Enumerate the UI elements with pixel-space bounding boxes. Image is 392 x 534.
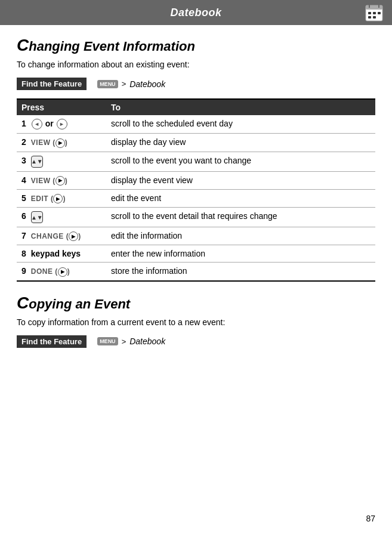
- table-row: 3▲▼scroll to the event you want to chang…: [17, 152, 375, 171]
- section1-intro: To change information about an existing …: [17, 60, 375, 69]
- press-cell: 4VIEW (▶): [17, 171, 106, 189]
- to-cell: edit the information: [106, 227, 375, 245]
- press-cell: 7CHANGE (▶): [17, 227, 106, 245]
- row-number: 2: [21, 137, 26, 147]
- press-suffix: ): [65, 177, 68, 185]
- header-title: Datebook: [170, 7, 221, 19]
- svg-rect-6: [378, 12, 381, 14]
- press-cell: 1◄ or ►: [17, 115, 106, 134]
- to-cell: store the information: [106, 263, 375, 281]
- press-cell: 2VIEW (▶): [17, 134, 106, 152]
- table-row: 9DONE (▶)store the information: [17, 263, 375, 281]
- page-number: 87: [366, 514, 375, 523]
- find-feature-row-1: Find the Feature MENU > Datebook: [17, 78, 375, 90]
- soft-key-arrow: ▶: [53, 193, 63, 203]
- section1-title: Changing Event Information: [17, 36, 375, 55]
- find-feature-label-2: Find the Feature: [17, 335, 87, 348]
- drop-cap-c2: C: [17, 294, 29, 312]
- row-number: 5: [21, 193, 26, 203]
- section2-intro: To copy information from a current event…: [17, 317, 375, 327]
- to-cell: display the event view: [106, 171, 375, 189]
- table-row: 4VIEW (▶)display the event view: [17, 171, 375, 189]
- svg-rect-8: [373, 16, 376, 18]
- button-label-text: CHANGE (: [31, 232, 69, 240]
- soft-key-label: VIEW (▶): [31, 137, 68, 147]
- row-number: 3: [21, 156, 26, 165]
- svg-rect-7: [368, 16, 371, 18]
- col-press-header: Press: [17, 99, 106, 115]
- soft-key-label: CHANGE (▶): [31, 231, 81, 241]
- svg-rect-4: [368, 12, 371, 14]
- datebook-icon: [363, 2, 385, 23]
- to-cell: edit the event: [106, 189, 375, 207]
- page-content: Changing Event Information To change inf…: [0, 25, 392, 367]
- button-label-text: VIEW (: [31, 138, 55, 147]
- row-number: 8: [21, 249, 26, 258]
- right-arrow-icon: ►: [57, 119, 67, 129]
- row-number: 7: [21, 231, 26, 240]
- find-feature-label-1: Find the Feature: [17, 78, 87, 90]
- press-cell: 6▲▼: [17, 208, 106, 227]
- press-suffix: ): [78, 232, 81, 240]
- press-cell: 9DONE (▶): [17, 263, 106, 281]
- drop-cap-c: C: [17, 36, 29, 54]
- soft-key-arrow: ▶: [55, 175, 65, 185]
- press-cell: 3▲▼: [17, 152, 106, 171]
- left-arrow-icon: ◄: [32, 119, 42, 129]
- soft-key-arrow: ▶: [58, 266, 67, 276]
- page-header: Datebook: [0, 0, 392, 25]
- svg-rect-1: [366, 5, 382, 10]
- to-cell: display the day view: [106, 134, 375, 152]
- menu-icon-1: MENU: [97, 80, 118, 88]
- button-label-text: EDIT (: [31, 195, 54, 203]
- button-label-text: DONE (: [31, 267, 58, 276]
- table-row: 7CHANGE (▶)edit the information: [17, 227, 375, 245]
- section-changing-event: Changing Event Information To change inf…: [17, 36, 375, 282]
- soft-key-label: VIEW (▶): [31, 175, 68, 186]
- find-feature-path-1: MENU > Datebook: [97, 79, 165, 89]
- section-copying-event: Copying an Event To copy information fro…: [17, 294, 375, 348]
- soft-key-label: EDIT (▶): [31, 193, 66, 203]
- to-cell: scroll to the scheduled event day: [106, 115, 375, 134]
- svg-rect-5: [373, 12, 376, 14]
- press-suffix: ): [65, 138, 68, 147]
- table-row: 2VIEW (▶)display the day view: [17, 134, 375, 152]
- path-separator-1: >: [122, 79, 126, 88]
- to-cell: scroll to the event you want to change: [106, 152, 375, 171]
- find-feature-path-2: MENU > Datebook: [97, 337, 165, 346]
- press-cell: 8keypad keys: [17, 245, 106, 263]
- col-to-header: To: [106, 99, 375, 115]
- press-suffix: ): [67, 267, 70, 276]
- press-cell: 5EDIT (▶): [17, 189, 106, 207]
- scroll-button: ▲▼: [31, 211, 43, 223]
- scroll-icon: ▲▼: [31, 156, 43, 168]
- table-row: 6▲▼scroll to the event detail that requi…: [17, 208, 375, 227]
- path-destination-1: Datebook: [129, 79, 165, 89]
- press-suffix: ): [63, 195, 66, 203]
- scroll-icon: ▲▼: [31, 211, 43, 223]
- soft-key-arrow: ▶: [55, 137, 65, 147]
- table-row: 5EDIT (▶)edit the event: [17, 189, 375, 207]
- nav-arrows: ◄ or ►: [31, 119, 68, 129]
- table-row: 8keypad keysenter the new information: [17, 245, 375, 263]
- soft-key-arrow: ▶: [69, 231, 78, 240]
- soft-key-label: DONE (▶): [31, 266, 70, 276]
- row-number: 9: [21, 266, 26, 276]
- section2-title: Copying an Event: [17, 294, 375, 313]
- menu-icon-2: MENU: [97, 337, 118, 345]
- to-cell: scroll to the event detail that requires…: [106, 208, 375, 227]
- button-label-text: VIEW (: [31, 177, 55, 185]
- to-cell: enter the new information: [106, 245, 375, 263]
- path-destination-2: Datebook: [129, 337, 165, 346]
- press-text: keypad keys: [31, 249, 81, 258]
- row-number: 4: [21, 175, 26, 185]
- row-number: 1: [21, 119, 26, 128]
- instructions-table: Press To 1◄ or ►scroll to the scheduled …: [17, 98, 375, 282]
- table-row: 1◄ or ►scroll to the scheduled event day: [17, 115, 375, 134]
- path-separator-2: >: [122, 337, 126, 346]
- row-number: 6: [21, 211, 26, 221]
- find-feature-row-2: Find the Feature MENU > Datebook: [17, 335, 375, 348]
- scroll-button: ▲▼: [31, 156, 43, 168]
